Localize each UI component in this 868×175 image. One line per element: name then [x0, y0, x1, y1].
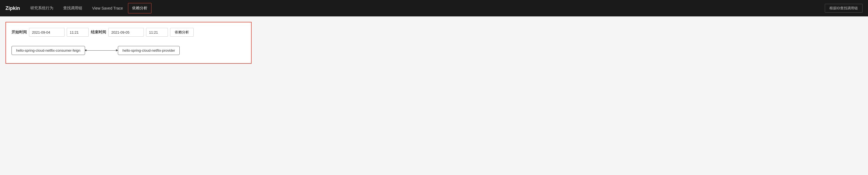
nav-item-saved-trace[interactable]: View Saved Trace [87, 0, 128, 17]
filter-row: 开始时间 结束时间 依赖分析 [11, 28, 246, 37]
start-time-input[interactable] [67, 28, 89, 37]
target-node: hello-spring-cloud-netflix-provider [118, 46, 180, 55]
source-node: hello-spring-cloud-netflix-consumer-feig… [11, 46, 85, 55]
start-time-label: 开始时间 [11, 30, 27, 35]
dependency-panel: 开始时间 结束时间 依赖分析 hello-spring-cloud-netfli… [5, 22, 252, 64]
main-content: 开始时间 结束时间 依赖分析 hello-spring-cloud-netfli… [0, 17, 868, 69]
analyze-button[interactable]: 依赖分析 [170, 28, 194, 37]
end-date-input[interactable] [108, 28, 144, 37]
end-time-label: 结束时间 [91, 30, 106, 35]
nav-item-dependency[interactable]: 依赖分析 [128, 3, 152, 13]
end-time-input[interactable] [146, 28, 168, 37]
brand: Zipkin [5, 5, 20, 11]
start-date-input[interactable] [29, 28, 65, 37]
navbar: Zipkin 研究系统行为 查找调用链 View Saved Trace 依赖分… [0, 0, 868, 17]
dependency-graph: hello-spring-cloud-netflix-consumer-feig… [11, 43, 246, 58]
nav-item-find-trace[interactable]: 查找调用链 [58, 0, 87, 17]
arrow-line [85, 50, 118, 51]
search-by-id-button[interactable]: 根据ID查找调用链 [825, 4, 863, 12]
navbar-right: 根据ID查找调用链 [825, 4, 863, 12]
arrow [85, 50, 118, 51]
nav-item-research[interactable]: 研究系统行为 [25, 0, 58, 17]
